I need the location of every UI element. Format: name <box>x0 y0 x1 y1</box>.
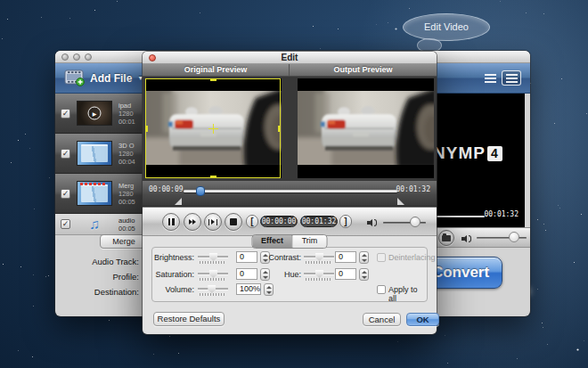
play-segment-button[interactable] <box>204 213 222 231</box>
crop-handle-bottom[interactable] <box>210 176 216 178</box>
deinterlacing-label: Deinterlacing <box>388 253 436 262</box>
brightness-value[interactable]: 0 <box>236 251 257 263</box>
watermark: NYMP 4 <box>433 143 502 163</box>
saturation-slider[interactable] <box>198 270 228 281</box>
output-preview-label: Output Preview <box>290 64 437 76</box>
book-thumbnail <box>77 181 112 206</box>
main-volume-knob[interactable] <box>509 232 519 242</box>
file-checkbox[interactable]: ✓ <box>61 109 70 119</box>
tab-trim[interactable]: Trim <box>293 235 327 248</box>
add-file-button[interactable]: Add File ▼ <box>64 70 143 86</box>
deinterlacing-checkbox[interactable] <box>377 253 386 262</box>
file-checkbox[interactable]: ✓ <box>61 189 70 199</box>
crop-handle-top[interactable] <box>210 78 216 81</box>
cancel-button[interactable]: Cancel <box>363 313 401 326</box>
apply-to-all-label: Apply to all <box>388 285 428 303</box>
seek-track[interactable] <box>184 190 397 192</box>
playback-controls: [ 00:00:00 00:01:32 ] <box>143 207 437 236</box>
open-folder-button[interactable] <box>438 230 454 246</box>
preview-headers: Original Preview Output Preview <box>143 64 437 77</box>
main-duration: 00:01:32 <box>484 210 519 218</box>
folder-icon <box>442 235 451 241</box>
original-preview-panel[interactable] <box>145 78 282 178</box>
file-duration: 00:05 <box>118 225 135 233</box>
effect-trim-tabs: Effect Trim <box>252 234 328 249</box>
file-name: Merg <box>118 182 135 190</box>
output-video-frame <box>298 91 434 165</box>
filmstrip-icon <box>64 70 86 86</box>
crop-box[interactable] <box>145 78 281 178</box>
brightness-slider[interactable] <box>198 253 228 264</box>
seek-current-time: 00:00:09 <box>149 185 184 193</box>
effect-row-volume: Volume: 100% Apply to all <box>151 283 428 297</box>
seek-total-time: 00:01:32 <box>396 185 430 193</box>
effect-row-saturation-hue: Saturation: 0 Hue: 0 <box>151 268 428 282</box>
detail-view-icon[interactable] <box>502 70 521 86</box>
trim-end-display: 00:01:32 <box>300 216 338 227</box>
file-duration: 00:05 <box>118 198 135 206</box>
book-thumbnail <box>77 141 112 166</box>
hue-label: Hue: <box>258 270 301 279</box>
volume-label: Volume: <box>151 285 194 294</box>
hue-value[interactable]: 0 <box>335 268 356 280</box>
close-button[interactable] <box>61 53 69 61</box>
dialog-title: Edit <box>143 52 437 64</box>
starfield <box>0 0 1 1</box>
dialog-volume-knob[interactable] <box>410 217 421 227</box>
stop-button[interactable] <box>225 213 242 231</box>
file-name: audio <box>118 217 135 225</box>
crop-handle-left[interactable] <box>145 126 148 132</box>
volume-value[interactable]: 100% <box>236 283 261 295</box>
apply-to-all-checkbox[interactable] <box>377 285 386 294</box>
dialog-titlebar: Edit <box>143 52 437 64</box>
set-trim-start-button[interactable]: [ <box>246 215 258 228</box>
file-name: 3D O <box>118 142 135 150</box>
contrast-slider[interactable] <box>304 253 334 264</box>
list-view-icon[interactable] <box>485 74 496 83</box>
hue-slider[interactable] <box>304 270 334 281</box>
file-name: ipad <box>118 102 135 110</box>
seek-knob[interactable] <box>196 186 205 196</box>
merge-button[interactable]: Merge <box>100 234 148 249</box>
zoom-button[interactable] <box>85 53 92 61</box>
file-checkbox[interactable]: ✓ <box>61 219 70 229</box>
play-icon: ▶ <box>88 107 102 120</box>
pause-button[interactable] <box>162 213 180 231</box>
trim-start-display: 00:00:00 <box>260 216 298 227</box>
file-duration: 00:04 <box>118 158 135 166</box>
brightness-label: Brightness: <box>151 253 194 262</box>
fast-forward-button[interactable] <box>184 213 201 231</box>
restore-defaults-button[interactable]: Restore Defaults <box>153 312 225 326</box>
edit-dialog: Edit Original Preview Output Preview 00:… <box>143 52 437 334</box>
volume-effect-slider[interactable] <box>198 285 228 296</box>
music-note-icon: ♫ <box>77 217 112 233</box>
crop-crosshair-icon <box>208 124 218 134</box>
saturation-value[interactable]: 0 <box>236 268 257 280</box>
add-file-label: Add File <box>90 72 132 85</box>
preview-area <box>143 77 437 181</box>
trim-end-marker[interactable] <box>397 198 404 205</box>
minimize-button[interactable] <box>73 53 80 61</box>
ok-button[interactable]: OK <box>406 313 439 326</box>
profile-label: Profile: <box>59 272 143 282</box>
output-preview-panel <box>298 78 434 178</box>
contrast-value[interactable]: 0 <box>335 251 356 263</box>
video-thumbnail: ▶ <box>77 101 112 126</box>
hue-stepper[interactable] <box>359 268 369 281</box>
effect-row-brightness-contrast: Brightness: 0 Contrast: 0 Deinterlacing <box>151 251 428 265</box>
audio-track-label: Audio Track: <box>59 257 143 266</box>
tab-effect[interactable]: Effect <box>253 235 293 248</box>
original-preview-label: Original Preview <box>143 64 290 76</box>
crop-handle-right[interactable] <box>278 126 281 132</box>
seek-row: 00:00:09 00:01:32 <box>143 181 437 207</box>
file-resolution: 1280 <box>118 110 135 118</box>
trim-start-marker[interactable] <box>175 198 182 205</box>
volume-stepper[interactable] <box>264 283 274 296</box>
file-duration: 00:01 <box>118 118 135 126</box>
edit-video-tooltip: Edit Video <box>403 13 490 41</box>
contrast-stepper[interactable] <box>359 251 369 264</box>
file-checkbox[interactable]: ✓ <box>61 149 70 159</box>
destination-label: Destination: <box>59 287 143 297</box>
saturation-label: Saturation: <box>151 270 194 279</box>
set-trim-end-button[interactable]: ] <box>339 215 352 228</box>
